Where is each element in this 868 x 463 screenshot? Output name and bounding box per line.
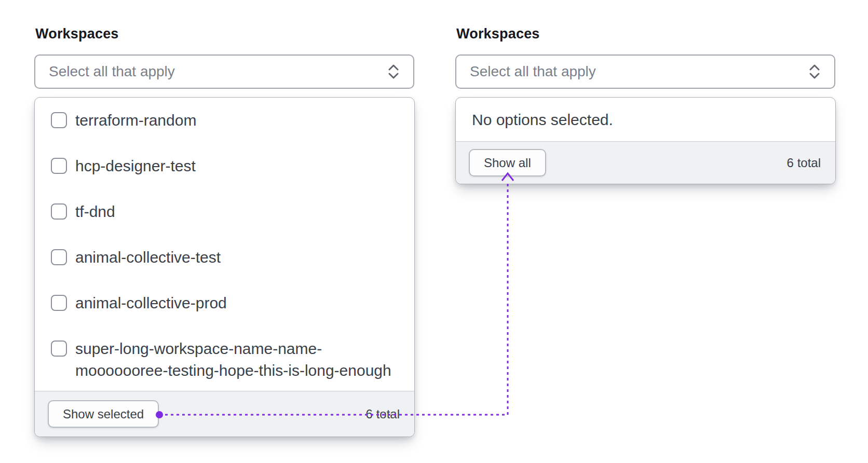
caret-updown-icon <box>808 63 821 80</box>
workspaces-label-left: Workspaces <box>35 26 119 42</box>
select-placeholder: Select all that apply <box>470 63 596 80</box>
option-label: animal-collective-prod <box>75 292 227 314</box>
checkbox[interactable] <box>51 295 67 311</box>
workspaces-label-right: Workspaces <box>456 26 540 42</box>
total-count: 6 total <box>787 156 821 170</box>
option-label: hcp-designer-test <box>75 155 196 177</box>
caret-updown-icon <box>387 63 400 80</box>
no-options-message: No options selected. <box>456 98 835 142</box>
dropdown-footer: Show selected 6 total <box>35 391 414 437</box>
option-row[interactable]: tf-dnd <box>35 189 414 235</box>
option-row[interactable]: terraform-random <box>35 98 414 143</box>
show-all-button[interactable]: Show all <box>469 149 546 176</box>
option-row[interactable]: super-long-workspace-name-name-moooooore… <box>35 326 414 392</box>
options-list: terraform-random hcp-designer-test tf-dn… <box>35 98 414 392</box>
options-dropdown-panel: terraform-random hcp-designer-test tf-dn… <box>34 97 415 437</box>
checkbox[interactable] <box>51 249 67 265</box>
select-placeholder: Select all that apply <box>49 63 175 80</box>
option-label: animal-collective-test <box>75 247 221 268</box>
option-row[interactable]: animal-collective-prod <box>35 280 414 326</box>
total-count: 6 total <box>366 407 400 421</box>
checkbox[interactable] <box>51 112 67 128</box>
option-row[interactable]: animal-collective-test <box>35 235 414 280</box>
checkbox[interactable] <box>51 341 67 357</box>
checkbox[interactable] <box>51 203 67 220</box>
option-label: tf-dnd <box>75 201 115 223</box>
show-selected-button[interactable]: Show selected <box>48 400 159 428</box>
checkbox[interactable] <box>51 158 67 174</box>
option-label: terraform-random <box>75 110 196 131</box>
selected-options-panel: No options selected. Show all 6 total <box>455 97 836 184</box>
workspaces-select-right[interactable]: Select all that apply <box>455 55 835 89</box>
workspaces-select-left[interactable]: Select all that apply <box>34 55 414 89</box>
option-row[interactable]: hcp-designer-test <box>35 143 414 189</box>
panel-footer: Show all 6 total <box>456 141 835 184</box>
option-label: super-long-workspace-name-name-moooooore… <box>75 338 402 382</box>
